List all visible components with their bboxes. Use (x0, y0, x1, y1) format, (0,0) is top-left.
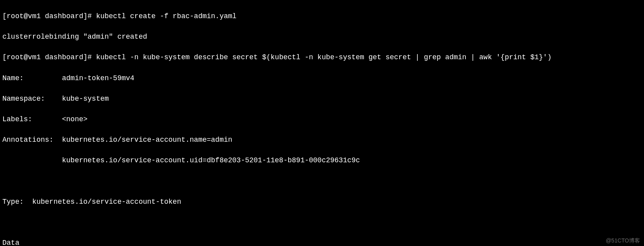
field-label: Namespace: (2, 95, 45, 103)
field-value: admin-token-59mv4 (62, 74, 134, 82)
field-value: kube-system (62, 95, 109, 103)
field-value: kubernetes.io/service-account.uid=dbf8e2… (62, 156, 360, 164)
output-line: clusterrolebinding "admin" created (2, 32, 642, 42)
field-label: Name: (2, 74, 24, 82)
shell-prompt: [root@vm1 dashboard]# (2, 53, 92, 61)
field-label: Labels: (2, 115, 32, 123)
field-value: <none> (62, 115, 87, 123)
field-label: Type: (2, 198, 24, 206)
field-value: kubernetes.io/service-account.name=admin (62, 136, 232, 144)
shell-prompt: [root@vm1 dashboard]# (2, 12, 92, 20)
terminal-output[interactable]: [root@vm1 dashboard]# kubectl create -f … (0, 0, 644, 246)
data-header: Data (2, 238, 642, 246)
field-label: Annotations: (2, 136, 54, 144)
command-text: kubectl -n kube-system describe secret $… (96, 53, 552, 61)
watermark-text: @51CTO博客 (606, 237, 640, 244)
command-text: kubectl create -f rbac-admin.yaml (96, 12, 236, 20)
field-value: kubernetes.io/service-account-token (32, 198, 181, 206)
